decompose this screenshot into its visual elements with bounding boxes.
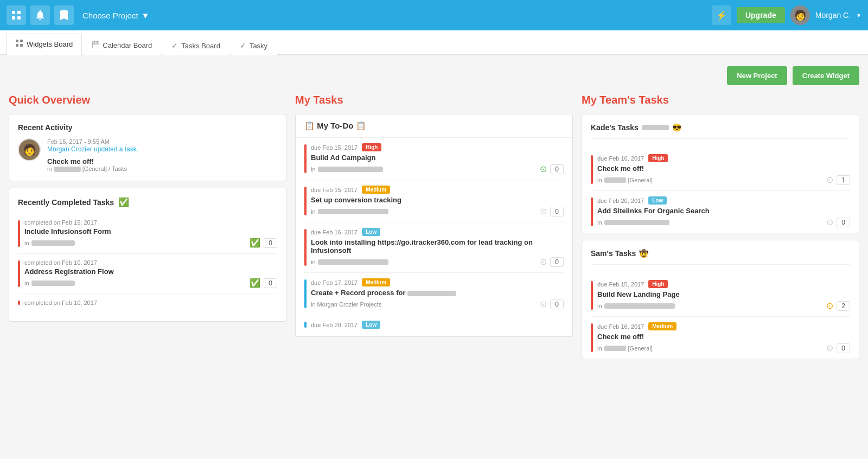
top-actions-bar: New Project Create Widget — [9, 66, 859, 85]
upgrade-button[interactable]: Upgrade — [737, 7, 785, 23]
grid-icon-button[interactable] — [7, 5, 26, 25]
svg-rect-8 — [92, 42, 99, 48]
project-selector-label: Choose Project — [82, 11, 138, 20]
tab-tasks-board[interactable]: ✓ Tasks Board — [162, 35, 229, 55]
tasks-board-icon: ✓ — [171, 41, 178, 50]
user-menu-chevron[interactable]: ▼ — [856, 12, 861, 18]
blurred-2 — [31, 280, 75, 286]
activity-location: in [General] / Tasks — [47, 165, 138, 172]
completed-date-1: completed on Feb 15, 2017 — [24, 219, 277, 226]
quick-overview-title: Quick Overview — [9, 94, 286, 106]
my-task-bar-4 — [304, 279, 307, 308]
activity-link[interactable]: Morgan Crozier updated a task. — [47, 145, 138, 153]
tab-tasks-board-label: Tasks Board — [181, 42, 220, 50]
my-task-name-3: Look into installing https://go.itracker… — [311, 238, 564, 254]
my-task-bar-3 — [304, 229, 307, 266]
new-project-button[interactable]: New Project — [727, 66, 787, 85]
my-task-location-4: in Morgan Crozier Projects ⊙ 0 — [311, 299, 564, 309]
dashboard-columns: Quick Overview Recent Activity 🧑 Feb 15,… — [9, 94, 859, 366]
tab-widgets-board[interactable]: Widgets Board — [7, 34, 82, 55]
kade-task-location-1: in [General] ⊙ 1 — [597, 175, 850, 185]
create-widget-button[interactable]: Create Widget — [793, 66, 859, 85]
my-task-count-2: 0 — [550, 207, 564, 216]
priority-badge-1: High — [362, 143, 381, 151]
my-task-location-1: in ⊙ 0 — [311, 164, 564, 174]
task-circle-1[interactable]: ⊙ — [540, 164, 547, 174]
svg-rect-0 — [12, 11, 15, 14]
svg-rect-7 — [20, 44, 23, 47]
sam-priority-1: High — [648, 280, 668, 288]
sam-priority-2: Medium — [648, 322, 676, 330]
priority-badge-2: Medium — [362, 186, 390, 194]
kade-task-bar-1 — [591, 155, 593, 184]
calendar-board-icon — [92, 41, 99, 50]
sam-task-2: due Feb 16, 2017 Medium Check me off! in… — [591, 317, 850, 359]
kade-task-bar-2 — [591, 197, 593, 226]
task-due-2: due Feb 15, 2017 — [311, 187, 358, 193]
recent-activity-title: Recent Activity — [18, 123, 277, 132]
kade-blurred-2 — [604, 220, 669, 225]
svg-rect-6 — [16, 44, 18, 47]
project-selector[interactable]: Choose Project ▼ — [82, 11, 149, 20]
my-tasks-title: My Tasks — [295, 94, 573, 106]
recently-completed-card: Recently Completed Tasks ✅ completed on … — [9, 188, 286, 322]
my-task-bar-5 — [304, 322, 307, 328]
sams-tasks-card: Sam's Tasks 🤠 due Feb 15, 2017 High — [582, 240, 859, 359]
sam-due-2: due Feb 16, 2017 — [597, 323, 644, 330]
bell-icon-button[interactable] — [30, 5, 50, 25]
completed-task-2: completed on Feb 10, 2017 Address Regist… — [18, 254, 277, 294]
kade-circle-1[interactable]: ⊙ — [826, 175, 833, 185]
task-bar-1 — [18, 220, 20, 247]
task-check-1[interactable]: ✅ — [250, 238, 260, 248]
project-selector-chevron: ▼ — [142, 11, 150, 20]
priority-badge-5: Low — [362, 321, 380, 329]
my-task-name-2: Set up conversion tracking — [311, 196, 564, 204]
tasky-icon: ✓ — [240, 41, 246, 50]
task-count-2: 0 — [264, 278, 277, 288]
my-task-3: due Feb 16, 2017 Low Look into installin… — [304, 222, 564, 273]
priority-badge-4: Medium — [362, 278, 390, 286]
bookmark-icon-button[interactable] — [54, 5, 74, 25]
activity-item: 🧑 Feb 15, 2017 - 9:55 AM Morgan Crozier … — [18, 138, 277, 172]
tab-calendar-board[interactable]: Calendar Board — [83, 35, 161, 55]
kade-blurred-1 — [604, 177, 626, 183]
recent-activity-card: Recent Activity 🧑 Feb 15, 2017 - 9:55 AM… — [9, 114, 286, 181]
my-task-count-4: 0 — [550, 299, 564, 309]
completed-date-2: completed on Feb 10, 2017 — [24, 259, 277, 266]
sams-task-list: due Feb 15, 2017 High Build New Landing … — [582, 275, 859, 359]
tab-tasky[interactable]: ✓ Tasky — [231, 35, 277, 55]
task-circle-4[interactable]: ⊙ — [540, 299, 547, 309]
task-circle-2[interactable]: ⊙ — [540, 206, 547, 216]
task-due-1: due Feb 15, 2017 — [311, 144, 358, 151]
sam-blurred-2 — [604, 346, 626, 351]
tabs-bar: Widgets Board Calendar Board ✓ Tasks Boa… — [0, 30, 868, 55]
sam-circle-1[interactable]: ⊙ — [826, 301, 833, 311]
blurred-t2 — [318, 209, 388, 214]
kade-count-2: 0 — [837, 218, 850, 227]
svg-rect-4 — [16, 40, 18, 42]
sam-circle-2[interactable]: ⊙ — [826, 343, 833, 353]
task-circle-3[interactable]: ⊙ — [540, 257, 547, 267]
flash-icon-button[interactable]: ⚡ — [712, 5, 731, 25]
my-task-5: due Feb 20, 2017 Low — [304, 315, 564, 336]
kade-task-location-2: in ⊙ 0 — [597, 217, 850, 227]
my-tasks-card: 📋 My To-Do 📋 due Feb 15, 2017 High Build… — [295, 114, 573, 337]
completed-check-icon: ✅ — [118, 197, 129, 207]
kade-due-1: due Feb 16, 2017 — [597, 155, 644, 162]
kade-priority-1: High — [648, 154, 668, 162]
activity-timestamp: Feb 15, 2017 - 9:55 AM — [47, 138, 138, 145]
kade-circle-2[interactable]: ⊙ — [826, 217, 833, 227]
task-bar-2 — [18, 260, 20, 287]
tab-tasky-label: Tasky — [250, 42, 267, 50]
my-task-bar-1 — [304, 144, 307, 173]
task-due-3: due Feb 16, 2017 — [311, 229, 358, 235]
my-task-name-4: Create + Record process for — [311, 289, 564, 297]
kade-priority-2: Low — [648, 196, 667, 205]
task-check-2[interactable]: ✅ — [250, 278, 260, 288]
my-tasks-column: My Tasks 📋 My To-Do 📋 due Feb 15, 2017 H… — [295, 94, 573, 366]
quick-overview-column: Quick Overview Recent Activity 🧑 Feb 15,… — [9, 94, 286, 366]
main-content: New Project Create Widget Quick Overview… — [0, 55, 868, 377]
svg-rect-2 — [12, 16, 15, 20]
sam-due-1: due Feb 15, 2017 — [597, 281, 644, 288]
sams-tasks-header: Sam's Tasks 🤠 — [591, 249, 850, 265]
